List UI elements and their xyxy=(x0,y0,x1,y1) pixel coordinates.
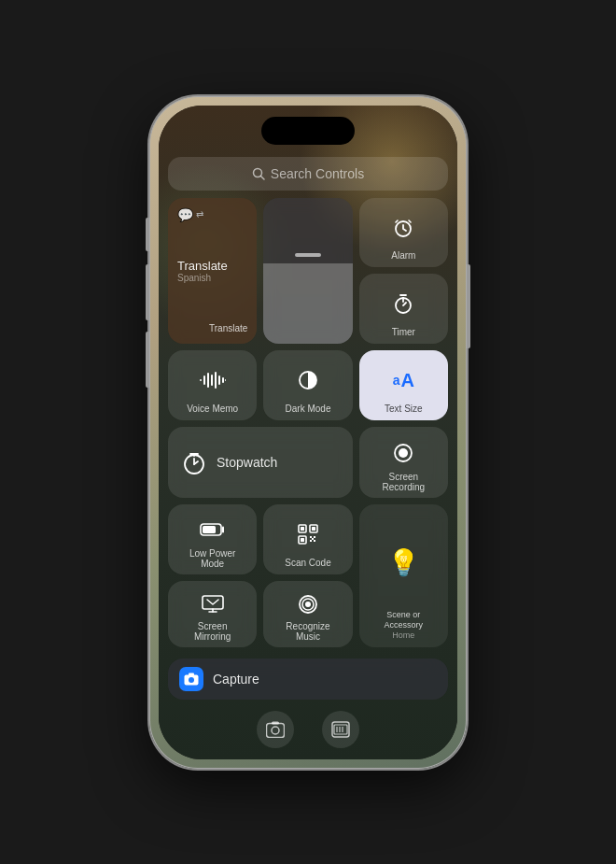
voice-memo-label: Voice Memo xyxy=(187,404,238,415)
svg-rect-37 xyxy=(314,540,315,542)
screen-recording-label: ScreenRecording xyxy=(383,472,426,492)
bottom-icons-row xyxy=(168,705,448,759)
dynamic-island xyxy=(261,117,355,145)
search-icon xyxy=(252,167,265,180)
bottom-camera-icon xyxy=(257,711,294,748)
screen-mirroring-icon xyxy=(174,588,251,621)
svg-rect-50 xyxy=(272,721,279,724)
text-size-label: Text Size xyxy=(385,404,423,415)
alarm-icon xyxy=(365,205,442,251)
stopwatch-label: Stopwatch xyxy=(217,455,277,470)
phone-frame: Search Controls 💬 ⇄ Translate Spanish xyxy=(149,96,467,769)
svg-rect-31 xyxy=(301,527,304,531)
svg-point-24 xyxy=(399,448,408,458)
svg-rect-35 xyxy=(314,536,315,538)
tile-screen-recording[interactable]: ScreenRecording xyxy=(359,427,448,498)
translate-bottom: Translate Spanish xyxy=(177,259,247,283)
screen-recording-icon xyxy=(365,434,442,472)
low-power-icon xyxy=(174,512,251,549)
brightness-fill xyxy=(263,263,352,344)
stopwatch-text: Stopwatch xyxy=(217,455,277,470)
svg-rect-52 xyxy=(334,725,347,734)
recognize-music-icon xyxy=(269,588,346,621)
svg-rect-26 xyxy=(203,526,216,533)
svg-rect-47 xyxy=(189,673,194,675)
svg-point-49 xyxy=(272,727,279,734)
home-sublabel: Home xyxy=(367,630,441,640)
tile-stopwatch[interactable]: Stopwatch xyxy=(168,427,353,498)
bottom-barcode-item[interactable] xyxy=(322,711,359,748)
timer-icon xyxy=(365,281,442,327)
tile-voice-memo[interactable]: Voice Memo xyxy=(168,350,257,421)
tile-timer[interactable]: Timer xyxy=(359,274,448,344)
dark-mode-label: Dark Mode xyxy=(286,404,331,415)
svg-rect-38 xyxy=(312,538,314,540)
tile-alarm[interactable]: Alarm xyxy=(359,198,448,268)
tile-home-large[interactable]: 💡 Scene or Accessory Home xyxy=(359,504,448,647)
svg-point-44 xyxy=(305,602,311,607)
scene-accessory-label: Scene or Accessory xyxy=(367,610,441,630)
tile-low-power[interactable]: Low PowerMode xyxy=(168,504,257,575)
tile-brightness-slider[interactable] xyxy=(263,198,352,344)
controls-grid: 💬 ⇄ Translate Spanish Translate xyxy=(168,198,448,647)
svg-rect-39 xyxy=(203,596,223,609)
svg-rect-33 xyxy=(301,538,304,542)
alarm-label: Alarm xyxy=(391,250,415,262)
search-bar[interactable]: Search Controls xyxy=(168,157,448,191)
tile-scan-code[interactable]: Scan Code xyxy=(263,504,352,575)
svg-rect-32 xyxy=(312,527,315,531)
tile-dark-mode[interactable]: Dark Mode xyxy=(263,350,352,421)
tile-translate[interactable]: 💬 ⇄ Translate Spanish Translate xyxy=(168,198,257,344)
slider-handle-indicator xyxy=(295,253,321,257)
voice-memo-icon xyxy=(174,358,251,404)
capture-label: Capture xyxy=(213,672,259,687)
text-size-icon: aA xyxy=(365,358,442,404)
power-button[interactable] xyxy=(467,264,470,348)
controls-container: Search Controls 💬 ⇄ Translate Spanish xyxy=(168,157,448,759)
scan-code-icon xyxy=(269,512,346,559)
tile-recognize-music[interactable]: RecognizeMusic xyxy=(263,581,352,647)
svg-rect-34 xyxy=(310,536,312,538)
svg-line-4 xyxy=(409,220,411,222)
tile-text-size[interactable]: aA Text Size xyxy=(359,350,448,421)
home-bulb-large: 💡 xyxy=(387,516,420,610)
translate-main-label: Translate xyxy=(177,259,247,273)
phone-screen: Search Controls 💬 ⇄ Translate Spanish xyxy=(159,106,457,759)
translate-icon: 💬 ⇄ xyxy=(177,207,203,222)
timer-label: Timer xyxy=(392,327,415,338)
mute-button[interactable] xyxy=(146,218,149,251)
home-labels: Scene or Accessory Home xyxy=(367,610,441,640)
scan-code-label: Scan Code xyxy=(285,558,330,569)
capture-icon-box xyxy=(179,667,203,691)
translate-sub-label: Spanish xyxy=(177,273,247,283)
recognize-music-label: RecognizeMusic xyxy=(286,621,329,642)
bottom-camera-item[interactable] xyxy=(257,711,294,748)
tile-screen-mirroring[interactable]: ScreenMirroring xyxy=(168,581,257,647)
screen-mirroring-label: ScreenMirroring xyxy=(194,621,231,642)
stopwatch-icon xyxy=(181,449,207,475)
translate-footer-label: Translate xyxy=(209,323,247,334)
bottom-barcode-icon xyxy=(322,711,359,748)
volume-up-button[interactable] xyxy=(146,264,149,320)
svg-line-3 xyxy=(396,220,398,222)
low-power-label: Low PowerMode xyxy=(189,548,235,569)
volume-down-button[interactable] xyxy=(146,332,149,388)
svg-rect-36 xyxy=(310,540,312,542)
svg-line-1 xyxy=(260,176,264,179)
svg-point-46 xyxy=(189,677,194,683)
bottom-capture-bar[interactable]: Capture xyxy=(168,659,448,700)
svg-line-8 xyxy=(403,303,406,305)
svg-rect-48 xyxy=(267,723,285,737)
screen-content: Search Controls 💬 ⇄ Translate Spanish xyxy=(159,106,457,759)
search-placeholder: Search Controls xyxy=(271,166,364,181)
dark-mode-icon xyxy=(269,358,346,404)
